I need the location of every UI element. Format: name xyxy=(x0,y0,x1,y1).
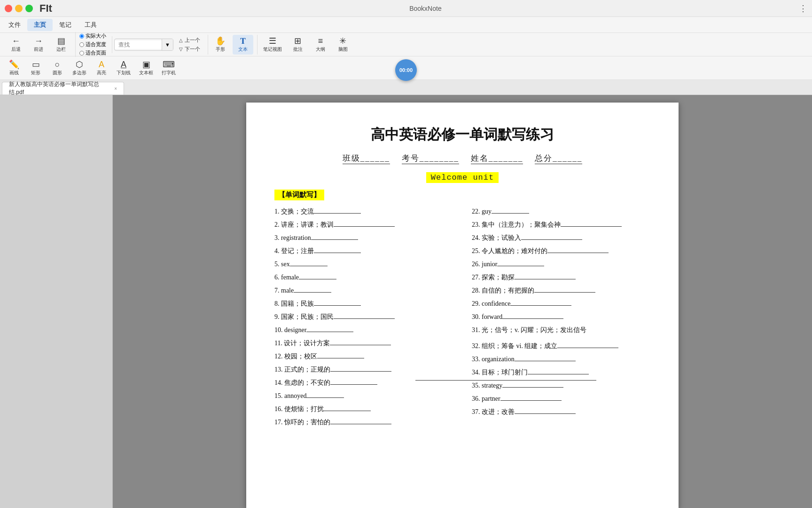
main-area: 高中英语必修一单词默写练习 班级______ 考号________ 姓名____… xyxy=(0,95,812,508)
search-down-button[interactable]: ▽ 下一个 xyxy=(175,45,204,53)
draw-line-button[interactable]: ✏️ 画线 xyxy=(4,58,24,78)
tabbar: 新人教版高中英语必修一单词默写总结.pdf × xyxy=(0,80,812,95)
list-item: 3. registration xyxy=(274,231,453,245)
app-logo-text: FIt xyxy=(39,2,52,15)
menu-tools[interactable]: 工具 xyxy=(78,19,103,31)
search-group: ▼ △ 上一个 ▽ 下一个 xyxy=(112,36,206,53)
menu-notes[interactable]: 笔记 xyxy=(53,19,78,31)
list-item: 29. confidence xyxy=(472,297,650,310)
mindmap-icon: ✳ xyxy=(339,37,346,45)
timer-display: 00:00 xyxy=(399,67,413,73)
polygon-icon: ⬡ xyxy=(76,60,83,69)
mindmap-button[interactable]: ✳ 脑图 xyxy=(333,35,353,55)
pdf-area[interactable]: 高中英语必修一单词默写练习 班级______ 考号________ 姓名____… xyxy=(113,95,812,508)
typewriter-button[interactable]: ⌨ 打字机 xyxy=(158,58,180,78)
fit-controls: 实际大小 适合宽度 适合页面 xyxy=(78,32,108,57)
typewriter-icon: ⌨ xyxy=(163,60,175,69)
circle-button[interactable]: ○ 圆形 xyxy=(47,58,68,78)
welcome-unit-text: Welcome unit xyxy=(426,172,499,183)
win-controls: ⋮ xyxy=(799,3,807,14)
comment-button[interactable]: ⊞ 批注 xyxy=(288,35,308,55)
list-item: 25. 令人尴尬的；难对付的 xyxy=(472,245,650,258)
list-item: 33. organization xyxy=(472,353,650,366)
vocab-grid: 1. 交换；交流 2. 讲座；讲课；教训 3. registration 4. … xyxy=(274,205,650,429)
underline-icon: A xyxy=(121,60,126,69)
list-item: 5. sex xyxy=(274,258,453,271)
rect-button[interactable]: ▭ 矩形 xyxy=(25,58,46,78)
rect-icon: ▭ xyxy=(32,60,40,69)
list-item: 26. junior xyxy=(472,258,650,271)
vocab-left: 1. 交换；交流 2. 讲座；讲课；教训 3. registration 4. … xyxy=(274,205,453,429)
pdf-subtitle: 班级______ 考号________ 姓名_______ 总分______ xyxy=(274,153,650,164)
search-dropdown[interactable]: ▼ xyxy=(162,39,173,50)
list-item: 34. 目标；球门射门 xyxy=(472,366,650,379)
list-item: 17. 惊吓的；害怕的 xyxy=(274,416,453,429)
notes-view-button[interactable]: ☰ 笔记视图 xyxy=(259,35,286,55)
notes-view-icon: ☰ xyxy=(269,37,276,45)
subtitle-name: 姓名_______ xyxy=(471,154,523,164)
fit-group: 实际大小 适合宽度 适合页面 xyxy=(75,32,110,57)
list-item: 2. 讲座；讲课；教训 xyxy=(274,218,453,231)
minimize-button[interactable] xyxy=(15,5,23,12)
list-item: 27. 探索；勘探 xyxy=(472,271,650,284)
menu-home[interactable]: 主页 xyxy=(27,19,53,31)
text-button[interactable]: 𝐓 文本 xyxy=(233,35,253,55)
hand-icon: ✋ xyxy=(215,37,226,45)
list-item: 11. 设计；设计方案 xyxy=(274,337,453,350)
text-cursor-icon: 𝐓 xyxy=(240,37,246,45)
fit-page-label[interactable]: 适合页面 xyxy=(78,49,108,57)
titlebar: FIt BookxNote ⋮ xyxy=(0,0,812,17)
list-item: 37. 改进；改善 xyxy=(472,405,650,419)
list-item: 15. annoyed xyxy=(274,389,453,403)
fit-actual-label[interactable]: 实际大小 xyxy=(78,32,108,40)
maximize-button[interactable] xyxy=(25,5,33,12)
forward-button[interactable]: → 前进 xyxy=(28,35,49,55)
list-item: 22. guy xyxy=(472,205,650,218)
fit-width-label[interactable]: 适合宽度 xyxy=(78,40,108,48)
fit-width-radio[interactable] xyxy=(79,42,84,47)
nav-group: ← 后退 → 前进 ▤ 边栏 xyxy=(4,35,73,55)
list-item: 13. 正式的；正规的 xyxy=(274,363,453,376)
outline-icon: ≡ xyxy=(318,37,323,45)
app-title: BookxNote xyxy=(52,5,799,12)
textbox-button[interactable]: ▣ 文本框 xyxy=(135,58,157,78)
section-label: 【单词默写】 xyxy=(274,190,650,205)
timer-bubble[interactable]: 00:00 xyxy=(395,59,417,81)
pdf-tab[interactable]: 新人教版高中英语必修一单词默写总结.pdf × xyxy=(2,82,124,95)
list-item: 30. forward xyxy=(472,310,650,324)
subtitle-score: 总分______ xyxy=(535,154,582,164)
subtitle-class: 班级______ xyxy=(343,154,390,164)
more-icon[interactable]: ⋮ xyxy=(799,3,807,14)
textbox-icon: ▣ xyxy=(142,60,150,69)
tab-close-button[interactable]: × xyxy=(114,86,117,91)
fit-actual-radio[interactable] xyxy=(79,34,84,39)
menu-file[interactable]: 文件 xyxy=(2,19,27,31)
list-item: 24. 实验；试验入 xyxy=(472,231,650,245)
view-tool-group: ✋ 手形 𝐓 文本 xyxy=(208,35,255,55)
fit-page-radio[interactable] xyxy=(79,51,84,56)
list-item: 9. 国家；民族；国民 xyxy=(274,310,453,324)
list-item: 12. 校园；校区 xyxy=(274,350,453,363)
list-item: 4. 登记；注册 xyxy=(274,245,453,258)
list-item: 28. 自信的；有把握的 xyxy=(472,284,650,297)
sidebar-button[interactable]: ▤ 边栏 xyxy=(51,35,71,55)
search-input[interactable] xyxy=(115,40,162,49)
pdf-title: 高中英语必修一单词默写练习 xyxy=(274,125,650,144)
list-item: 10. designer xyxy=(274,324,453,337)
back-button[interactable]: ← 后退 xyxy=(6,35,26,55)
list-item: 36. partner xyxy=(472,392,650,405)
polygon-button[interactable]: ⬡ 多边形 xyxy=(69,58,90,78)
outline-button[interactable]: ≡ 大纲 xyxy=(310,35,331,55)
highlight-button[interactable]: A 高亮 xyxy=(91,58,112,78)
search-nav: △ 上一个 ▽ 下一个 xyxy=(175,36,204,53)
list-item: 35. strategy xyxy=(472,379,650,392)
pdf-page: 高中英语必修一单词默写练习 班级______ 考号________ 姓名____… xyxy=(246,103,679,508)
close-button[interactable] xyxy=(5,5,12,12)
subtitle-id: 考号________ xyxy=(402,154,459,164)
underline-button[interactable]: A 下划线 xyxy=(113,58,134,78)
list-item: 31. 光；信号；v. 闪耀；闪光；发出信号 xyxy=(472,324,650,337)
sidebar-icon: ▤ xyxy=(57,37,65,45)
search-up-button[interactable]: △ 上一个 xyxy=(175,36,204,44)
list-item: 14. 焦虑的；不安的 xyxy=(274,376,453,389)
hand-button[interactable]: ✋ 手形 xyxy=(210,35,231,55)
